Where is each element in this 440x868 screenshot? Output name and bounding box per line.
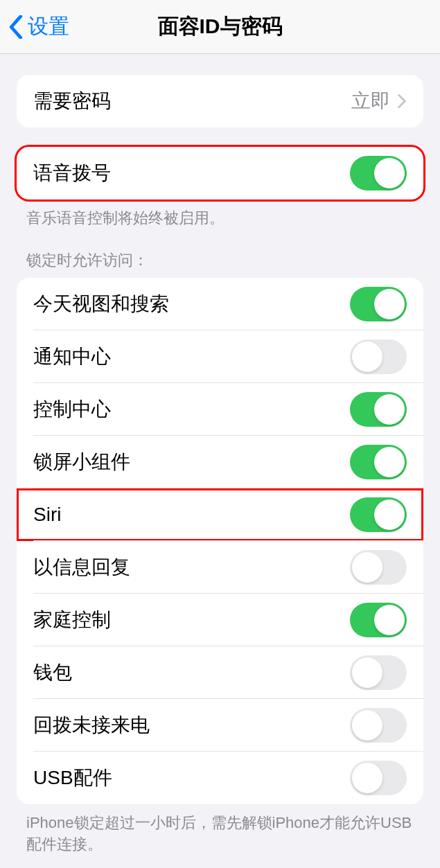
toggle-knob xyxy=(374,158,405,188)
require-passcode-label: 需要密码 xyxy=(33,88,111,114)
lock-access-toggle[interactable] xyxy=(350,392,407,427)
lock-access-row: 钱包 xyxy=(17,646,423,699)
chevron-left-icon xyxy=(8,15,24,39)
lock-access-toggle[interactable] xyxy=(350,339,407,374)
lock-access-label: 通知中心 xyxy=(33,344,111,370)
toggle-knob xyxy=(352,552,382,583)
chevron-right-icon xyxy=(397,94,407,109)
lock-access-row: 控制中心 xyxy=(17,383,423,436)
lock-access-label: USB配件 xyxy=(33,765,112,791)
toggle-knob xyxy=(352,342,382,372)
lock-access-label: 锁屏小组件 xyxy=(33,449,130,475)
voice-dial-toggle[interactable] xyxy=(350,156,407,191)
voice-dial-group: 语音拨号 xyxy=(17,147,423,200)
lock-access-footer: iPhone锁定超过一小时后，需先解锁iPhone才能允许USB配件连接。 xyxy=(26,813,414,856)
lock-access-label: 回拨未接来电 xyxy=(33,712,150,738)
lock-access-label: 钱包 xyxy=(33,659,72,686)
voice-dial-footer: 音乐语音控制将始终被启用。 xyxy=(26,208,414,229)
lock-access-row: 以信息回复 xyxy=(17,541,423,594)
lock-access-label: 控制中心 xyxy=(33,396,111,423)
lock-access-header: 锁定时允许访问： xyxy=(26,250,414,271)
lock-access-row: 锁屏小组件 xyxy=(17,436,423,488)
lock-access-row: 今天视图和搜索 xyxy=(17,278,423,330)
lock-access-toggle[interactable] xyxy=(350,761,407,795)
toggle-knob xyxy=(352,763,382,793)
toggle-knob xyxy=(352,657,382,688)
back-button[interactable]: 设置 xyxy=(8,12,69,41)
lock-access-row: 家庭控制 xyxy=(17,594,423,646)
require-passcode-value: 立即 xyxy=(351,88,407,114)
lock-access-toggle[interactable] xyxy=(350,603,407,637)
lock-access-toggle[interactable] xyxy=(350,497,407,532)
lock-access-toggle[interactable] xyxy=(350,445,407,479)
lock-access-toggle[interactable] xyxy=(350,655,407,690)
lock-access-row: Siri xyxy=(17,488,423,541)
toggle-knob xyxy=(374,394,405,425)
toggle-knob xyxy=(374,447,405,477)
lock-access-row: USB配件 xyxy=(17,752,423,804)
lock-access-label: Siri xyxy=(33,504,61,526)
lock-access-label: 家庭控制 xyxy=(33,607,111,633)
navigation-header: 设置 面容ID与密码 xyxy=(0,0,440,54)
lock-access-label: 以信息回复 xyxy=(33,554,130,581)
lock-access-toggle[interactable] xyxy=(350,287,407,321)
toggle-knob xyxy=(374,289,405,319)
lock-access-row: 通知中心 xyxy=(17,330,423,383)
lock-access-label: 今天视图和搜索 xyxy=(33,291,169,317)
lock-access-group: 今天视图和搜索通知中心控制中心锁屏小组件Siri以信息回复家庭控制钱包回拨未接来… xyxy=(17,278,423,804)
lock-access-toggle[interactable] xyxy=(350,550,407,585)
toggle-knob xyxy=(352,710,382,741)
lock-access-row: 回拨未接来电 xyxy=(17,699,423,752)
require-passcode-row[interactable]: 需要密码 立即 xyxy=(17,75,423,127)
lock-access-toggle[interactable] xyxy=(350,708,407,743)
require-passcode-group: 需要密码 立即 xyxy=(17,75,423,127)
toggle-knob xyxy=(374,499,405,530)
voice-dial-label: 语音拨号 xyxy=(33,160,111,186)
back-label: 设置 xyxy=(28,12,69,41)
voice-dial-row: 语音拨号 xyxy=(17,147,423,200)
toggle-knob xyxy=(374,605,405,635)
